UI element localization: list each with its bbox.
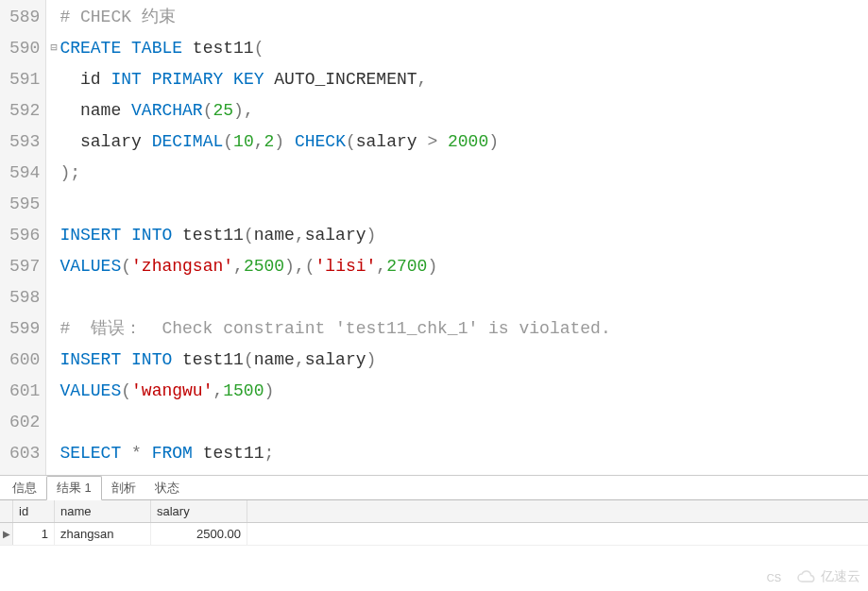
code-line[interactable]: INSERT INTO test11(name,salary): [50, 345, 868, 376]
tab-result-1[interactable]: 结果 1: [46, 476, 102, 500]
fold-spacer: [50, 282, 60, 313]
code-line[interactable]: SELECT * FROM test11;: [50, 438, 868, 469]
cell-name[interactable]: zhangsan: [55, 523, 151, 545]
code-line[interactable]: name VARCHAR(25),: [50, 95, 868, 127]
code-line[interactable]: );: [50, 158, 868, 189]
code-token: # CHECK 约束: [60, 8, 175, 26]
col-header-id[interactable]: id: [13, 500, 55, 522]
code-token: INSERT: [60, 350, 121, 369]
table-row[interactable]: ▶1zhangsan2500.00: [0, 523, 868, 546]
fold-spacer: [50, 345, 60, 376]
row-pointer-icon[interactable]: ▶: [0, 523, 13, 545]
code-line[interactable]: [50, 407, 868, 438]
code-token: [121, 226, 131, 245]
fold-spacer: [50, 220, 60, 251]
line-number: 591: [9, 64, 40, 95]
code-token: (: [346, 132, 356, 151]
code-token: [264, 70, 275, 89]
code-line[interactable]: id INT PRIMARY KEY AUTO_INCREMENT,: [50, 64, 868, 95]
code-token: (: [244, 350, 254, 369]
code-line[interactable]: VALUES('wangwu',1500): [50, 376, 868, 407]
grid-header-row: id name salary: [0, 500, 868, 523]
code-token: 'wangwu': [131, 381, 213, 400]
code-token: VARCHAR: [131, 101, 203, 120]
fold-spacer: [50, 189, 60, 220]
tab-info[interactable]: 信息: [3, 477, 46, 499]
code-token: VALUES: [60, 381, 121, 400]
code-token: 2500: [244, 257, 284, 276]
code-token: ): [366, 226, 377, 245]
code-token: DECIMAL: [152, 132, 224, 151]
fold-spacer: [50, 376, 60, 407]
code-token: (: [305, 257, 315, 276]
code-line[interactable]: [50, 189, 868, 220]
tab-status[interactable]: 状态: [145, 477, 189, 499]
line-number: 590: [9, 33, 40, 64]
code-line[interactable]: [50, 282, 868, 313]
code-token: [121, 350, 131, 369]
code-token: INSERT: [60, 226, 121, 245]
code-token: ,: [376, 257, 386, 276]
code-token: [142, 444, 152, 463]
code-token: PRIMARY: [152, 70, 224, 89]
col-header-salary[interactable]: salary: [151, 500, 247, 522]
line-number: 597: [9, 251, 40, 282]
code-token: salary: [80, 132, 142, 151]
code-token: ,: [233, 257, 244, 276]
code-line[interactable]: salary DECIMAL(10,2) CHECK(salary > 2000…: [50, 127, 868, 158]
code-editor[interactable]: 5895905915925935945955965975985996006016…: [0, 0, 868, 475]
fold-spacer: [50, 158, 60, 189]
line-number: 596: [9, 220, 40, 251]
code-token: 'lisi': [315, 257, 377, 276]
code-token: [142, 70, 152, 89]
code-token: ): [366, 350, 377, 369]
col-header-name[interactable]: name: [55, 500, 151, 522]
tab-profile[interactable]: 剖析: [102, 477, 145, 499]
code-token: ,: [417, 70, 428, 89]
fold-spacer: [50, 127, 60, 158]
code-token: SELECT: [60, 444, 121, 463]
code-area[interactable]: # CHECK 约束⊟CREATE TABLE test11( id INT P…: [46, 0, 868, 475]
code-token: [193, 444, 203, 463]
fold-spacer: [50, 251, 60, 282]
code-line[interactable]: VALUES('zhangsan',2500),('lisi',2700): [50, 251, 868, 282]
code-token: [101, 70, 111, 89]
line-number: 599: [9, 313, 40, 345]
code-line[interactable]: INSERT INTO test11(name,salary): [50, 220, 868, 251]
code-token: ): [488, 132, 499, 151]
code-token: 2000: [448, 132, 488, 151]
code-token: 2: [264, 132, 275, 151]
code-token: [60, 101, 80, 120]
code-token: TABLE: [131, 39, 182, 58]
fold-spacer: [50, 2, 60, 33]
code-token: [172, 350, 182, 369]
code-line[interactable]: # CHECK 约束: [50, 2, 868, 33]
code-token: >: [417, 132, 448, 151]
code-token: (: [254, 39, 264, 58]
code-token: CREATE: [60, 39, 121, 58]
cloud-icon: [796, 569, 817, 584]
results-panel: 信息 结果 1 剖析 状态 id name salary ▶1zhangsan2…: [0, 475, 868, 590]
code-token: 25: [213, 101, 233, 120]
cell-salary[interactable]: 2500.00: [151, 523, 247, 545]
code-token: 1500: [223, 381, 264, 400]
cell-id[interactable]: 1: [13, 523, 55, 545]
code-token: [60, 132, 80, 151]
code-line[interactable]: ⊟CREATE TABLE test11(: [50, 33, 868, 64]
code-token: [121, 101, 131, 120]
result-grid[interactable]: id name salary ▶1zhangsan2500.00: [0, 500, 868, 546]
fold-spacer: [50, 64, 60, 95]
code-token: ): [427, 257, 437, 276]
code-token: (: [244, 226, 254, 245]
code-token: ): [274, 132, 284, 151]
code-token: # 错误： Check constraint 'test11_chk_1' is…: [60, 319, 610, 338]
code-token: ,: [213, 381, 223, 400]
line-number: 594: [9, 158, 40, 189]
code-token: CHECK: [295, 132, 346, 151]
code-token: VALUES: [60, 257, 121, 276]
fold-toggle-icon[interactable]: ⊟: [50, 33, 60, 64]
code-token: [142, 132, 152, 151]
code-token: (: [121, 257, 131, 276]
code-token: ): [264, 381, 274, 400]
code-line[interactable]: # 错误： Check constraint 'test11_chk_1' is…: [50, 313, 868, 345]
